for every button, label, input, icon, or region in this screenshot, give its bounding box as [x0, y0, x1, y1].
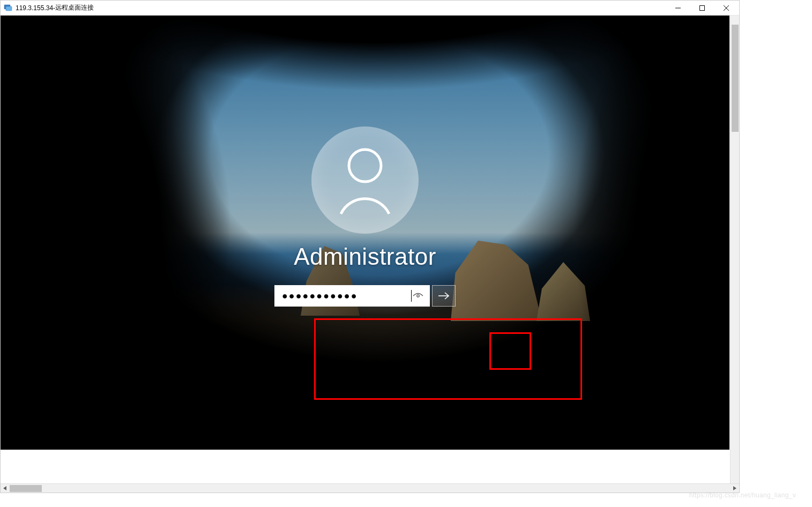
user-avatar: [311, 126, 419, 234]
username-label: Administrator: [294, 243, 436, 270]
app-icon: [4, 4, 12, 12]
login-panel: Administrator ●●●●●●●●●●●: [204, 159, 526, 307]
password-row: ●●●●●●●●●●●: [274, 285, 456, 307]
vertical-scrollbar[interactable]: [730, 16, 739, 483]
svg-rect-1: [6, 6, 12, 11]
remote-desktop-screen[interactable]: Administrator ●●●●●●●●●●●: [1, 16, 729, 450]
horizontal-scrollbar[interactable]: [1, 483, 739, 493]
scroll-left-button[interactable]: [1, 484, 10, 493]
reveal-password-icon[interactable]: [412, 289, 424, 302]
watermark: https://blog.csdn.net/huang_liang_v: [689, 491, 796, 499]
titlebar[interactable]: 119.3.155.34 - 远程桌面连接: [1, 1, 739, 16]
rdp-window: 119.3.155.34 - 远程桌面连接: [0, 0, 740, 493]
svg-point-7: [417, 295, 419, 297]
scrollbar-thumb[interactable]: [10, 485, 42, 492]
svg-rect-3: [699, 5, 704, 10]
title-appname: 远程桌面连接: [55, 3, 94, 12]
scrollbar-thumb[interactable]: [732, 25, 739, 132]
svg-marker-10: [733, 486, 736, 490]
password-input[interactable]: ●●●●●●●●●●●: [274, 285, 430, 307]
minimize-button[interactable]: [666, 1, 690, 16]
title-ip: 119.3.155.34: [16, 4, 53, 12]
scrollbar-track[interactable]: [10, 484, 730, 493]
content-area: Administrator ●●●●●●●●●●●: [1, 16, 739, 493]
svg-point-6: [349, 150, 381, 182]
maximize-button[interactable]: [690, 1, 714, 16]
user-icon: [333, 145, 397, 215]
password-mask: ●●●●●●●●●●●: [282, 290, 412, 302]
arrow-right-icon: [438, 292, 450, 300]
submit-button[interactable]: [432, 285, 456, 307]
svg-marker-9: [3, 486, 6, 490]
close-button[interactable]: [714, 1, 738, 16]
